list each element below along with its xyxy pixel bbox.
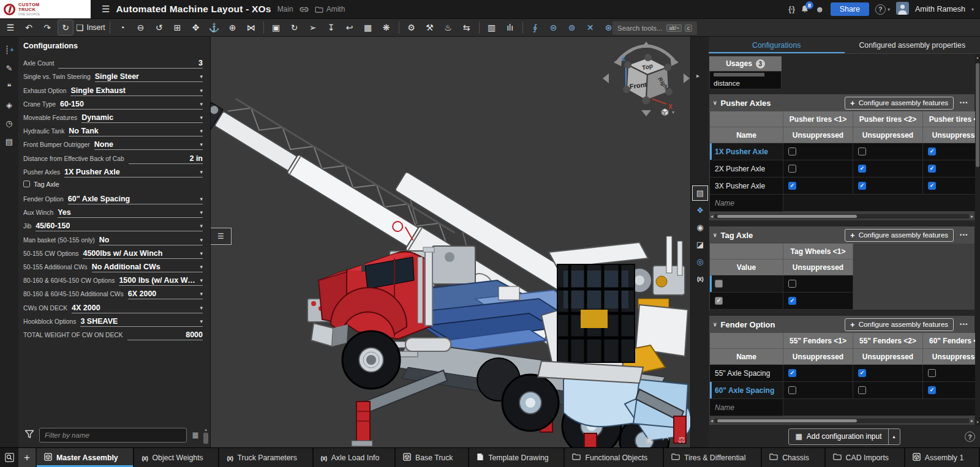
checkbox[interactable] xyxy=(928,369,936,377)
checkbox[interactable]: ✓ xyxy=(928,386,936,394)
insert-part-icon[interactable]: ↧ xyxy=(323,20,339,35)
mass-properties-scale-icon[interactable]: ⚖ xyxy=(678,435,685,444)
folder-breadcrumb[interactable]: Amith xyxy=(315,5,345,13)
printer-icon[interactable]: ▣ xyxy=(646,435,653,444)
layout-blocks-icon[interactable]: ▦ xyxy=(360,20,376,35)
select-field[interactable]: Dynamic▾ xyxy=(81,110,203,123)
checkbox[interactable] xyxy=(788,148,796,155)
snapshot-panel-icon[interactable]: ◉ xyxy=(692,220,708,235)
machine-stand-icon[interactable]: ⚒ xyxy=(422,20,438,35)
checkbox[interactable]: ✓ xyxy=(788,297,796,305)
checkbox[interactable]: ✓ xyxy=(928,148,936,155)
right-panel-tab-configurations[interactable]: Configurations xyxy=(709,37,845,53)
search-tabs-button[interactable] xyxy=(0,448,18,467)
parts-cube-panel-icon[interactable]: ❖ xyxy=(692,203,708,218)
add-configuration-input-button[interactable]: ▦ Add configuration input ▴ xyxy=(788,428,900,445)
user-name[interactable]: Amith Ramesh xyxy=(915,5,965,13)
tab-functional-objects[interactable]: Functional Objects xyxy=(565,448,664,467)
select-field[interactable]: 60" Axle Spacing▾ xyxy=(68,191,203,204)
scroll-right-icon[interactable]: ▸ xyxy=(971,419,973,424)
redo-icon[interactable]: ↷ xyxy=(39,20,55,35)
collision-icon[interactable]: ✕ xyxy=(582,20,598,35)
select-field[interactable]: 4X 2000▾ xyxy=(72,299,203,313)
select-field[interactable]: No Tank▾ xyxy=(69,123,203,136)
select-instance-icon[interactable]: ▣ xyxy=(268,20,284,35)
left-panel-scrollbar[interactable]: ▴ xyxy=(203,427,209,444)
link-icon[interactable] xyxy=(300,4,309,15)
ball-mate-icon[interactable]: ↺ xyxy=(151,20,167,35)
checklist-icon[interactable]: ▤ xyxy=(0,132,18,151)
horizontal-scrollbar[interactable]: ◂▸ xyxy=(710,417,973,425)
view-options-menu[interactable]: ▾ xyxy=(660,108,674,117)
select-field[interactable]: 45/60-150▾ xyxy=(36,218,203,231)
checkbox[interactable] xyxy=(858,148,866,155)
select-field[interactable]: Yes▾ xyxy=(58,204,203,218)
checkbox[interactable]: ✓ xyxy=(928,165,936,173)
scroll-up-icon[interactable]: ▴ xyxy=(205,427,207,432)
checkbox[interactable] xyxy=(715,280,723,288)
tab-cad-imports[interactable]: CAD Imports xyxy=(826,448,905,467)
column-chart-icon[interactable]: ılı xyxy=(502,20,518,35)
select-field[interactable]: 1X Pusher Axle▾ xyxy=(64,164,203,177)
checkbox[interactable]: ✓ xyxy=(858,369,866,377)
checkbox[interactable] xyxy=(23,181,30,187)
configure-assembly-features-button[interactable]: +Configure assembly features xyxy=(845,97,954,110)
select-field[interactable]: Single Exhaust▾ xyxy=(70,82,203,95)
number-field[interactable]: 2 in xyxy=(129,150,203,163)
checkbox[interactable]: ✓ xyxy=(858,165,866,173)
table-row[interactable]: 60" Axle Spacing✓ xyxy=(710,382,975,399)
history-clock-icon[interactable]: ◷ xyxy=(0,114,18,132)
scrollbar-thumb[interactable] xyxy=(717,419,857,422)
configure-assembly-features-button[interactable]: +Configure assembly features xyxy=(845,229,954,242)
list-view-icon[interactable]: ≣ xyxy=(192,430,199,440)
isolate-ring-icon[interactable]: ⊚ xyxy=(564,20,580,35)
select-field[interactable]: 1500 lbs (w/ Aux Winch)▾ xyxy=(119,272,203,286)
move-mate-icon[interactable]: ✥ xyxy=(188,20,204,35)
mate-icon[interactable]: ◔ xyxy=(115,20,130,35)
number-field[interactable]: 8000 xyxy=(127,327,203,340)
add-configuration-dropdown[interactable]: ▴ xyxy=(889,429,900,444)
new-row-name-input[interactable]: Name xyxy=(710,399,783,416)
collapse-panel-arrow-icon[interactable]: ▸ xyxy=(696,72,699,79)
cylindrical-mate-icon[interactable]: ⊖ xyxy=(133,20,149,35)
tab-object-weights[interactable]: (ẍ)Object Weights xyxy=(134,448,219,467)
appearance-edit-icon[interactable]: ✎ xyxy=(0,59,18,77)
select-field[interactable]: 3 SHEAVE▾ xyxy=(80,313,203,327)
notifications-bell[interactable]: 8 xyxy=(801,5,809,13)
tab-assembly-1[interactable]: Assembly 1 xyxy=(905,448,980,467)
search-tools-field[interactable]: Search tools... alt/~ c xyxy=(612,21,697,35)
scrollbar-thumb[interactable] xyxy=(976,63,979,167)
hamburger-menu-icon[interactable]: ☰ xyxy=(102,4,110,15)
select-field[interactable]: 60-150▾ xyxy=(60,96,203,110)
checkbox[interactable] xyxy=(788,386,796,394)
support-head-icon[interactable]: ☻ xyxy=(815,4,824,14)
tab-chassis[interactable]: Chassis xyxy=(762,448,825,467)
checkbox[interactable]: ✓ xyxy=(788,369,796,377)
grill-icon[interactable]: ♨ xyxy=(440,20,456,35)
tab-axle-load-info[interactable]: (ẍ)Axle Load Info xyxy=(314,448,396,467)
checkbox[interactable]: ✓ xyxy=(715,297,723,305)
scatter-icon[interactable]: ❋ xyxy=(379,20,394,35)
usages-cell[interactable]: distance xyxy=(709,71,782,89)
table-row[interactable]: 3X Pusher Axle✓✓✓ xyxy=(710,177,975,195)
tab-template-drawing[interactable]: Template Drawing xyxy=(469,448,565,467)
structure-panel-icon[interactable]: ▤ xyxy=(692,185,708,201)
scroll-left-icon[interactable]: ◂ xyxy=(710,214,713,219)
select-field[interactable]: None▾ xyxy=(94,136,203,150)
jack-icon[interactable]: ⚓ xyxy=(206,20,222,35)
add-tab-button[interactable]: + xyxy=(18,448,36,467)
scroll-up-icon[interactable]: ▴ xyxy=(976,55,979,59)
chevron-down-icon[interactable]: ▾ xyxy=(971,7,974,12)
number-field[interactable]: 3 xyxy=(58,55,203,69)
cursor-part-icon[interactable]: ➢ xyxy=(305,20,321,35)
table-row[interactable]: 55" Axle Spacing✓✓ xyxy=(710,365,975,382)
hide-ring-icon[interactable]: ⊜ xyxy=(546,20,562,35)
select-field[interactable]: 4500lbs w/ Aux Winch▾ xyxy=(83,245,203,259)
features-flyout-handle[interactable]: ☰ xyxy=(211,228,232,245)
more-options-button[interactable]: ••• xyxy=(960,100,968,106)
share-button[interactable]: Share xyxy=(831,2,869,16)
dome-view-icon[interactable]: ◠ xyxy=(662,435,669,444)
filter-funnel-icon[interactable] xyxy=(24,430,34,441)
table-row[interactable] xyxy=(710,275,975,293)
help-menu[interactable]: ? ▾ xyxy=(875,4,890,15)
